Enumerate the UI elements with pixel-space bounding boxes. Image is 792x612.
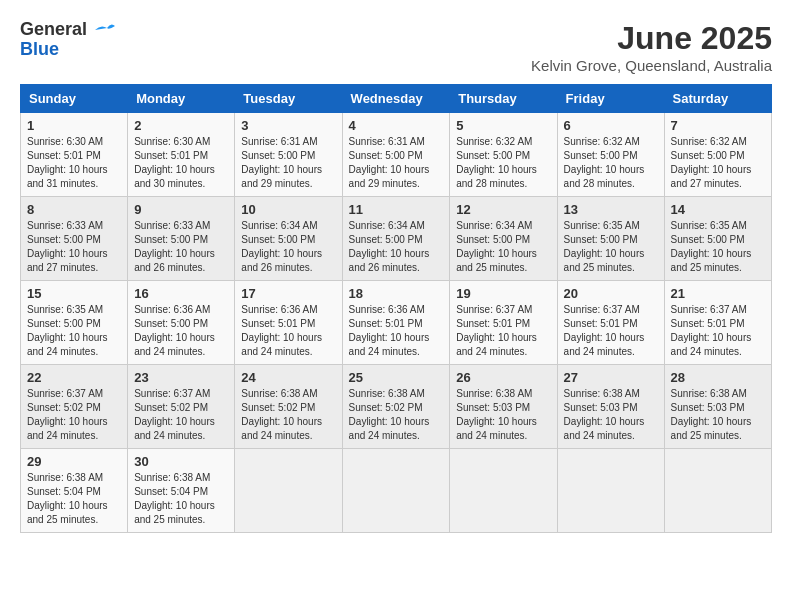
weekday-header-monday: Monday xyxy=(128,85,235,113)
day-info: Sunrise: 6:33 AMSunset: 5:00 PMDaylight:… xyxy=(134,219,228,275)
day-number: 7 xyxy=(671,118,765,133)
calendar-cell: 19Sunrise: 6:37 AMSunset: 5:01 PMDayligh… xyxy=(450,281,557,365)
weekday-header-sunday: Sunday xyxy=(21,85,128,113)
day-info: Sunrise: 6:35 AMSunset: 5:00 PMDaylight:… xyxy=(27,303,121,359)
calendar-cell: 2Sunrise: 6:30 AMSunset: 5:01 PMDaylight… xyxy=(128,113,235,197)
weekday-header-thursday: Thursday xyxy=(450,85,557,113)
day-number: 5 xyxy=(456,118,550,133)
day-number: 17 xyxy=(241,286,335,301)
day-number: 13 xyxy=(564,202,658,217)
title-block: June 2025 Kelvin Grove, Queensland, Aust… xyxy=(531,20,772,74)
calendar-cell xyxy=(235,449,342,533)
day-info: Sunrise: 6:35 AMSunset: 5:00 PMDaylight:… xyxy=(671,219,765,275)
day-number: 29 xyxy=(27,454,121,469)
day-info: Sunrise: 6:34 AMSunset: 5:00 PMDaylight:… xyxy=(349,219,444,275)
calendar-cell: 17Sunrise: 6:36 AMSunset: 5:01 PMDayligh… xyxy=(235,281,342,365)
day-number: 23 xyxy=(134,370,228,385)
day-number: 12 xyxy=(456,202,550,217)
calendar-cell: 25Sunrise: 6:38 AMSunset: 5:02 PMDayligh… xyxy=(342,365,450,449)
day-info: Sunrise: 6:38 AMSunset: 5:02 PMDaylight:… xyxy=(241,387,335,443)
day-number: 28 xyxy=(671,370,765,385)
calendar-cell xyxy=(342,449,450,533)
day-number: 3 xyxy=(241,118,335,133)
day-info: Sunrise: 6:38 AMSunset: 5:04 PMDaylight:… xyxy=(27,471,121,527)
calendar-cell: 6Sunrise: 6:32 AMSunset: 5:00 PMDaylight… xyxy=(557,113,664,197)
calendar-table: SundayMondayTuesdayWednesdayThursdayFrid… xyxy=(20,84,772,533)
day-info: Sunrise: 6:36 AMSunset: 5:00 PMDaylight:… xyxy=(134,303,228,359)
calendar-week-2: 15Sunrise: 6:35 AMSunset: 5:00 PMDayligh… xyxy=(21,281,772,365)
logo: General Blue xyxy=(20,20,115,60)
day-number: 9 xyxy=(134,202,228,217)
day-info: Sunrise: 6:38 AMSunset: 5:03 PMDaylight:… xyxy=(671,387,765,443)
day-number: 26 xyxy=(456,370,550,385)
weekday-header-friday: Friday xyxy=(557,85,664,113)
calendar-cell: 13Sunrise: 6:35 AMSunset: 5:00 PMDayligh… xyxy=(557,197,664,281)
day-info: Sunrise: 6:37 AMSunset: 5:02 PMDaylight:… xyxy=(134,387,228,443)
page-header: General Blue June 2025 Kelvin Grove, Que… xyxy=(20,20,772,74)
calendar-cell: 10Sunrise: 6:34 AMSunset: 5:00 PMDayligh… xyxy=(235,197,342,281)
day-info: Sunrise: 6:37 AMSunset: 5:01 PMDaylight:… xyxy=(671,303,765,359)
calendar-cell: 14Sunrise: 6:35 AMSunset: 5:00 PMDayligh… xyxy=(664,197,771,281)
day-number: 20 xyxy=(564,286,658,301)
weekday-header-row: SundayMondayTuesdayWednesdayThursdayFrid… xyxy=(21,85,772,113)
calendar-cell: 5Sunrise: 6:32 AMSunset: 5:00 PMDaylight… xyxy=(450,113,557,197)
day-info: Sunrise: 6:37 AMSunset: 5:01 PMDaylight:… xyxy=(564,303,658,359)
day-number: 25 xyxy=(349,370,444,385)
month-title: June 2025 xyxy=(531,20,772,57)
weekday-header-saturday: Saturday xyxy=(664,85,771,113)
logo-text: General xyxy=(20,20,115,40)
calendar-cell: 16Sunrise: 6:36 AMSunset: 5:00 PMDayligh… xyxy=(128,281,235,365)
day-number: 8 xyxy=(27,202,121,217)
calendar-cell: 29Sunrise: 6:38 AMSunset: 5:04 PMDayligh… xyxy=(21,449,128,533)
day-info: Sunrise: 6:31 AMSunset: 5:00 PMDaylight:… xyxy=(349,135,444,191)
calendar-week-4: 29Sunrise: 6:38 AMSunset: 5:04 PMDayligh… xyxy=(21,449,772,533)
calendar-cell: 11Sunrise: 6:34 AMSunset: 5:00 PMDayligh… xyxy=(342,197,450,281)
day-number: 15 xyxy=(27,286,121,301)
weekday-header-tuesday: Tuesday xyxy=(235,85,342,113)
day-info: Sunrise: 6:36 AMSunset: 5:01 PMDaylight:… xyxy=(241,303,335,359)
day-info: Sunrise: 6:34 AMSunset: 5:00 PMDaylight:… xyxy=(241,219,335,275)
day-info: Sunrise: 6:37 AMSunset: 5:01 PMDaylight:… xyxy=(456,303,550,359)
calendar-cell: 12Sunrise: 6:34 AMSunset: 5:00 PMDayligh… xyxy=(450,197,557,281)
weekday-header-wednesday: Wednesday xyxy=(342,85,450,113)
calendar-week-3: 22Sunrise: 6:37 AMSunset: 5:02 PMDayligh… xyxy=(21,365,772,449)
day-number: 14 xyxy=(671,202,765,217)
calendar-week-1: 8Sunrise: 6:33 AMSunset: 5:00 PMDaylight… xyxy=(21,197,772,281)
calendar-cell: 28Sunrise: 6:38 AMSunset: 5:03 PMDayligh… xyxy=(664,365,771,449)
calendar-cell: 22Sunrise: 6:37 AMSunset: 5:02 PMDayligh… xyxy=(21,365,128,449)
calendar-cell: 4Sunrise: 6:31 AMSunset: 5:00 PMDaylight… xyxy=(342,113,450,197)
day-number: 18 xyxy=(349,286,444,301)
day-info: Sunrise: 6:32 AMSunset: 5:00 PMDaylight:… xyxy=(564,135,658,191)
calendar-cell: 30Sunrise: 6:38 AMSunset: 5:04 PMDayligh… xyxy=(128,449,235,533)
calendar-cell: 3Sunrise: 6:31 AMSunset: 5:00 PMDaylight… xyxy=(235,113,342,197)
calendar-week-0: 1Sunrise: 6:30 AMSunset: 5:01 PMDaylight… xyxy=(21,113,772,197)
day-info: Sunrise: 6:38 AMSunset: 5:03 PMDaylight:… xyxy=(564,387,658,443)
calendar-cell: 1Sunrise: 6:30 AMSunset: 5:01 PMDaylight… xyxy=(21,113,128,197)
day-info: Sunrise: 6:34 AMSunset: 5:00 PMDaylight:… xyxy=(456,219,550,275)
day-number: 16 xyxy=(134,286,228,301)
day-number: 2 xyxy=(134,118,228,133)
day-info: Sunrise: 6:32 AMSunset: 5:00 PMDaylight:… xyxy=(456,135,550,191)
day-info: Sunrise: 6:30 AMSunset: 5:01 PMDaylight:… xyxy=(27,135,121,191)
day-number: 19 xyxy=(456,286,550,301)
calendar-cell: 26Sunrise: 6:38 AMSunset: 5:03 PMDayligh… xyxy=(450,365,557,449)
day-number: 24 xyxy=(241,370,335,385)
day-number: 10 xyxy=(241,202,335,217)
logo-blue-text: Blue xyxy=(20,40,59,60)
calendar-cell: 23Sunrise: 6:37 AMSunset: 5:02 PMDayligh… xyxy=(128,365,235,449)
day-number: 21 xyxy=(671,286,765,301)
day-number: 27 xyxy=(564,370,658,385)
day-info: Sunrise: 6:36 AMSunset: 5:01 PMDaylight:… xyxy=(349,303,444,359)
calendar-cell: 24Sunrise: 6:38 AMSunset: 5:02 PMDayligh… xyxy=(235,365,342,449)
logo-bird-icon xyxy=(93,22,115,38)
day-number: 11 xyxy=(349,202,444,217)
day-info: Sunrise: 6:30 AMSunset: 5:01 PMDaylight:… xyxy=(134,135,228,191)
calendar-cell: 15Sunrise: 6:35 AMSunset: 5:00 PMDayligh… xyxy=(21,281,128,365)
day-info: Sunrise: 6:35 AMSunset: 5:00 PMDaylight:… xyxy=(564,219,658,275)
day-number: 30 xyxy=(134,454,228,469)
day-number: 22 xyxy=(27,370,121,385)
calendar-cell xyxy=(557,449,664,533)
day-info: Sunrise: 6:33 AMSunset: 5:00 PMDaylight:… xyxy=(27,219,121,275)
calendar-cell: 7Sunrise: 6:32 AMSunset: 5:00 PMDaylight… xyxy=(664,113,771,197)
calendar-cell xyxy=(664,449,771,533)
